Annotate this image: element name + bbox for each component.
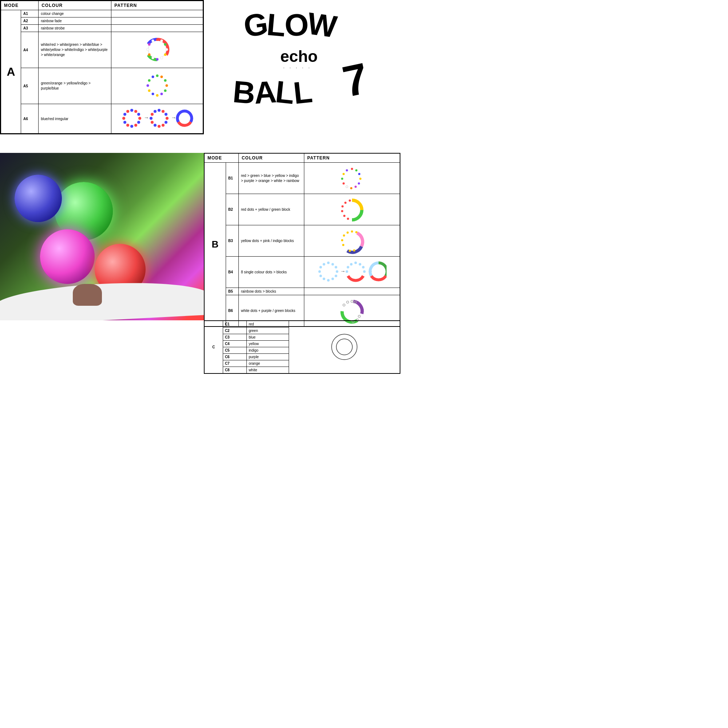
svg-point-60 [350, 187, 352, 189]
a1-pattern [112, 10, 203, 17]
mode-b-label: B [204, 163, 226, 327]
c6-label: C6 [223, 354, 246, 360]
mode-c-label: C [204, 321, 223, 373]
c4-label: C4 [223, 341, 246, 347]
svg-point-37 [126, 110, 129, 113]
b4-label: B4 [226, 257, 239, 288]
svg-point-81 [331, 263, 334, 266]
c8-label: C8 [223, 367, 246, 374]
svg-point-10 [146, 48, 149, 51]
svg-point-11 [148, 43, 150, 46]
header-mode: MODE [1, 1, 38, 10]
svg-point-46 [158, 125, 161, 128]
svg-point-94 [359, 263, 361, 266]
svg-point-13 [156, 75, 158, 77]
svg-point-32 [130, 125, 133, 128]
svg-point-51 [154, 110, 156, 113]
svg-text:→: → [340, 268, 346, 274]
svg-point-99 [350, 263, 352, 266]
svg-point-9 [148, 54, 150, 56]
ball-pink [40, 229, 95, 284]
c3-colour: blue [247, 334, 289, 341]
b4-pattern: → → [304, 257, 400, 288]
b5-label: B5 [226, 288, 239, 295]
svg-point-30 [137, 121, 140, 124]
b5-colour: rainbow dots > blocks [239, 288, 304, 295]
svg-point-87 [323, 278, 325, 280]
c-pattern [289, 321, 400, 373]
b-header-pattern: PATTERN [304, 153, 400, 163]
a6-label: A6 [21, 104, 38, 134]
svg-point-109 [336, 339, 352, 355]
a4-colour: white/red > white/green > white/blue > w… [38, 32, 112, 68]
logo-area: GLOW echo · · · · · BALL 7 [204, 0, 401, 153]
svg-point-47 [154, 124, 156, 127]
svg-point-17 [164, 90, 166, 92]
svg-point-79 [355, 231, 358, 233]
svg-point-86 [327, 279, 329, 282]
svg-point-28 [137, 113, 140, 116]
svg-point-90 [319, 266, 322, 269]
b-header-mode: MODE [204, 153, 239, 163]
svg-point-59 [355, 186, 357, 188]
c1-colour: red [247, 321, 289, 327]
svg-point-27 [134, 110, 137, 113]
svg-point-36 [123, 113, 126, 116]
svg-point-3 [164, 43, 166, 46]
svg-point-66 [349, 199, 351, 202]
svg-point-22 [146, 84, 149, 87]
svg-point-95 [362, 266, 364, 269]
svg-point-68 [341, 205, 344, 208]
svg-point-45 [162, 124, 165, 127]
ball-blue [15, 175, 62, 222]
svg-point-105 [358, 315, 360, 317]
logo-dots: · · · · · [283, 65, 312, 70]
header-colour-a: COLOUR [38, 1, 112, 10]
svg-point-64 [343, 173, 345, 175]
hand [73, 284, 102, 306]
svg-point-12 [151, 40, 154, 42]
a6-colour: blue/red irregular [38, 104, 112, 134]
svg-point-84 [335, 275, 337, 277]
svg-point-31 [134, 124, 137, 127]
svg-point-54 [351, 168, 353, 170]
svg-point-101 [351, 300, 353, 303]
a5-label: A5 [21, 68, 38, 104]
svg-point-67 [344, 202, 347, 204]
b1-colour: red > green > blue > yellow > indigo > p… [239, 163, 304, 194]
svg-point-24 [151, 76, 154, 78]
c2-colour: green [247, 327, 289, 334]
c2-label: C2 [223, 327, 246, 334]
svg-point-98 [347, 266, 349, 269]
b4-colour: 8 single colour dots > blocks [239, 257, 304, 288]
svg-point-70 [343, 215, 346, 217]
table-c-wrapper: C C1 red C2 green C3 blue [204, 320, 401, 374]
svg-point-39 [151, 110, 167, 126]
svg-point-58 [358, 182, 360, 185]
b2-colour: red dots + yellow / green block [239, 194, 304, 225]
svg-point-25 [124, 110, 140, 126]
a2-label: A2 [21, 17, 38, 25]
b2-label: B2 [226, 194, 239, 225]
svg-point-102 [347, 301, 349, 303]
c3-label: C3 [223, 334, 246, 341]
page: MODE COLOUR PATTERN A A1 colour change A… [0, 0, 401, 401]
svg-point-15 [164, 80, 166, 82]
logo-container: GLOW echo · · · · · BALL 7 [233, 7, 371, 145]
svg-point-62 [343, 182, 345, 185]
a4-label: A4 [21, 32, 38, 68]
logo-7: 7 [338, 53, 373, 107]
svg-point-33 [126, 124, 129, 127]
svg-point-16 [165, 84, 168, 87]
svg-point-65 [346, 169, 348, 171]
b-header-colour: COLOUR [239, 153, 304, 163]
svg-point-40 [158, 109, 161, 112]
c7-label: C7 [223, 360, 246, 367]
c4-colour: yellow [247, 341, 289, 347]
svg-point-89 [318, 271, 321, 273]
svg-point-26 [130, 109, 133, 112]
a5-colour: green/orange > yellow/indigo > purple/bl… [38, 68, 112, 104]
svg-point-78 [353, 249, 355, 252]
svg-point-57 [359, 177, 361, 180]
svg-point-50 [151, 113, 154, 116]
